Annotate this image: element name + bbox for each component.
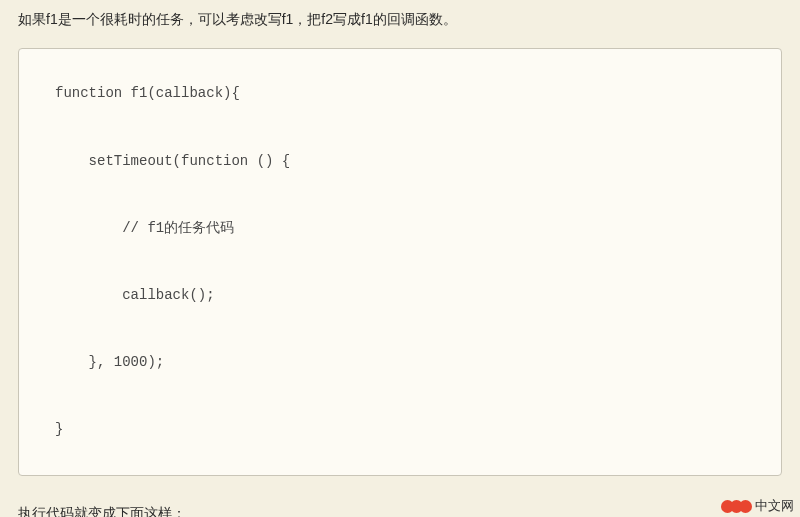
watermark-logo-icon <box>721 500 752 513</box>
code-block-f1: function f1(callback){ setTimeout(functi… <box>18 48 782 476</box>
watermark: 中文网 <box>721 497 794 515</box>
paragraph-execution: 执行代码就变成下面这样： <box>18 502 782 517</box>
paragraph-intro: 如果f1是一个很耗时的任务，可以考虑改写f1，把f2写成f1的回调函数。 <box>18 8 782 30</box>
watermark-text: 中文网 <box>755 497 794 515</box>
